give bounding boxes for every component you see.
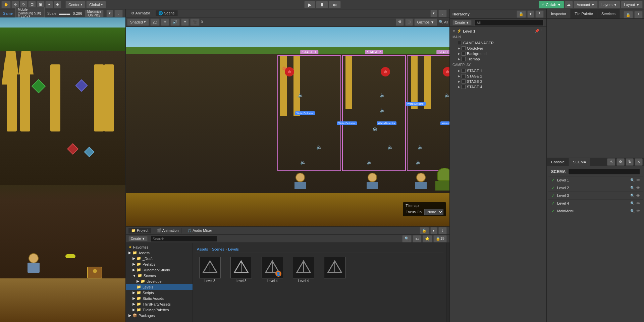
collab-button[interactable]: ✓ Collab ▼ xyxy=(539,1,564,8)
inspector-menu-btn[interactable]: ⋮ xyxy=(634,11,643,18)
tilemap-palettes-item[interactable]: ▶ 📁 TileMapPalettes xyxy=(126,307,193,313)
scema-settings-btn[interactable]: ⚙ xyxy=(616,158,625,166)
animator-tab[interactable]: ⚙ Animator xyxy=(128,10,153,16)
pivot-tool-btn[interactable]: ⊕ xyxy=(54,1,61,8)
scema-mainmenu-eye[interactable]: 👁 xyxy=(636,209,640,213)
console-tab[interactable]: Console xyxy=(547,158,569,166)
global-dropdown[interactable]: Global ▾ xyxy=(86,1,106,8)
background-item[interactable]: ▶ Background xyxy=(450,51,546,56)
scene-viewport[interactable]: ⊕ ⊕ ⊕ ⚙ STAGE 1 STAGE 2 STAGE 3 WaterDet… xyxy=(126,27,449,226)
scripts-item[interactable]: ▶ 📁 Scripts xyxy=(126,290,193,296)
2d-btn[interactable]: 2D xyxy=(150,18,160,26)
light-btn[interactable]: ☀ xyxy=(161,18,169,26)
scene-tools-btn[interactable]: ⚒ xyxy=(396,18,404,26)
draft-item[interactable]: ▶ 📁 _Draft xyxy=(126,256,193,261)
files-scrollbar[interactable] xyxy=(446,243,449,322)
inspector-tab[interactable]: Inspector xyxy=(547,9,571,18)
scene-menu-btn[interactable]: ⋮ xyxy=(438,10,447,17)
step-button[interactable]: ⏭ xyxy=(329,1,341,8)
transform-btn[interactable]: ⊞ xyxy=(405,18,413,26)
packages-item[interactable]: ▶ 📦 Packages xyxy=(126,313,193,318)
create-btn[interactable]: Create ▼ xyxy=(128,236,148,241)
third-party-item[interactable]: ▶ 📁 ThirdPartyAssets xyxy=(126,301,193,307)
stage4-item[interactable]: ▶ STAGE 4 xyxy=(450,84,546,90)
developer-item[interactable]: ▶ 📁 developer xyxy=(126,278,193,284)
static-assets-item[interactable]: ▶ 📁 Static Assets xyxy=(126,296,193,301)
custom-tool-btn[interactable]: ✦ xyxy=(45,1,53,8)
scene-tab[interactable]: 🌐 Scene xyxy=(156,10,177,16)
scema-level2-search[interactable]: 🔍 xyxy=(630,186,635,190)
scema-level2-eye[interactable]: 👁 xyxy=(636,186,640,190)
audio-btn[interactable]: 🔊 xyxy=(170,18,180,26)
breadcrumb-scenes[interactable]: Scenes xyxy=(212,247,224,251)
scema-level3-search[interactable]: 🔍 xyxy=(630,194,635,198)
favorites-item[interactable]: ★ Favorites xyxy=(126,244,193,250)
breadcrumb-levels[interactable]: Levels xyxy=(228,247,239,251)
game-manager-item[interactable]: GAME MANAGER xyxy=(450,40,546,46)
hand-tool-btn[interactable]: ✋ xyxy=(1,1,11,8)
scema-level3[interactable]: ✓ Level 3 🔍 👁 xyxy=(548,192,643,200)
hierarchy-create-btn[interactable]: Create ▼ xyxy=(452,20,472,25)
levels-item[interactable]: 📁 Levels xyxy=(126,284,193,290)
scema-level2[interactable]: ✓ Level 2 🔍 👁 xyxy=(548,184,643,192)
count-btn[interactable]: 🔒19 xyxy=(433,235,447,243)
obi-solver-cb[interactable] xyxy=(462,46,466,50)
scema-level4[interactable]: ✓ Level 4 🔍 👁 xyxy=(548,200,643,207)
layout-dropdown[interactable]: Layout ▼ xyxy=(621,1,643,8)
stage3-item[interactable]: ▶ STAGE 3 xyxy=(450,79,546,84)
cloud-button[interactable]: ☁ xyxy=(565,1,573,8)
tag-btn[interactable]: 🏷 xyxy=(413,235,421,243)
scene-collapse-btn[interactable]: ▾ xyxy=(430,10,437,17)
stage2-cb[interactable] xyxy=(462,74,466,78)
stage3-cb[interactable] xyxy=(462,79,466,84)
game-manager-cb[interactable] xyxy=(458,41,462,45)
project-search-input[interactable] xyxy=(150,236,217,242)
layers-dropdown[interactable]: Layers ▼ xyxy=(598,1,620,8)
tilemap-cb[interactable] xyxy=(462,57,466,61)
project-lock-btn[interactable]: 🔒 xyxy=(420,227,429,234)
stage2-item[interactable]: ▶ STAGE 2 xyxy=(450,73,546,79)
services-tab[interactable]: Services xyxy=(597,9,620,18)
scema-level4-search[interactable]: 🔍 xyxy=(630,201,635,206)
stage4-cb[interactable] xyxy=(462,85,466,89)
hierarchy-menu-btn[interactable]: ⋮ xyxy=(535,10,544,18)
level1-scene-item[interactable]: ▼ ⚡ Level 1 📌 ⋮ xyxy=(450,28,546,34)
inspector-lock-btn[interactable]: 🔒 xyxy=(624,11,633,18)
scema-level1-eye[interactable]: 👁 xyxy=(636,178,640,182)
hierarchy-collapse-btn[interactable]: ▾ xyxy=(527,10,534,18)
file-level4[interactable]: Level 4 xyxy=(289,256,318,284)
pause-button[interactable]: ⏸ xyxy=(316,1,328,8)
scema-level4-eye[interactable]: 👁 xyxy=(636,201,640,206)
obi-solver-item[interactable]: ▶ ObiSolver xyxy=(450,46,546,51)
fx-btn[interactable]: ✦ xyxy=(181,18,189,26)
project-collapse-btn[interactable]: ▾ xyxy=(430,227,437,234)
tile-palette-tab[interactable]: Tile Palette xyxy=(571,9,597,18)
assets-item[interactable]: ▶ 📁 Assets xyxy=(126,250,193,256)
play-button[interactable]: ▶ xyxy=(304,1,315,8)
file-level3-dark[interactable]: Level 3 xyxy=(196,256,224,284)
scema-mainmenu-search[interactable]: 🔍 xyxy=(630,209,635,213)
scema-level1[interactable]: ✓ Level 1 🔍 👁 xyxy=(548,176,643,184)
scema-refresh-btn[interactable]: ↻ xyxy=(626,158,634,166)
file-level4-badge[interactable]: 👤 Level 4 xyxy=(258,256,286,284)
file-level3-light[interactable]: Level 3 xyxy=(227,256,255,284)
hierarchy-lock-btn[interactable]: 🔒 xyxy=(517,10,526,18)
game-panel-menu-btn[interactable]: ⋮ xyxy=(114,10,123,17)
prefabs-item[interactable]: ▶ 📁 Prefabs xyxy=(126,261,193,267)
scene-pin-btn[interactable]: 📌 xyxy=(535,29,539,33)
scema-level3-eye[interactable]: 👁 xyxy=(636,194,640,198)
scema-level1-search[interactable]: 🔍 xyxy=(630,178,635,182)
game-tab[interactable]: Game xyxy=(3,11,13,15)
animation-tab[interactable]: 🎬 Animation xyxy=(154,228,181,233)
search-icon-btn[interactable]: 🔍 xyxy=(402,235,412,243)
stage1-item[interactable]: ▶ STAGE 1 xyxy=(450,68,546,73)
scenes-item[interactable]: ▼ 📁 Scenes xyxy=(126,273,193,278)
center-dropdown[interactable]: Center ▾ xyxy=(65,1,86,8)
file-extra[interactable] xyxy=(320,256,349,284)
scema-tab[interactable]: SCEMA xyxy=(569,158,590,166)
game-panel-close-btn[interactable]: ▾ xyxy=(106,10,113,17)
audio-mixer-tab[interactable]: 🎵 Audio Mixer xyxy=(184,228,215,233)
account-dropdown[interactable]: Account ▼ xyxy=(574,1,598,8)
star-btn[interactable]: ⭐ xyxy=(423,235,432,243)
stage1-cb[interactable] xyxy=(462,69,466,73)
